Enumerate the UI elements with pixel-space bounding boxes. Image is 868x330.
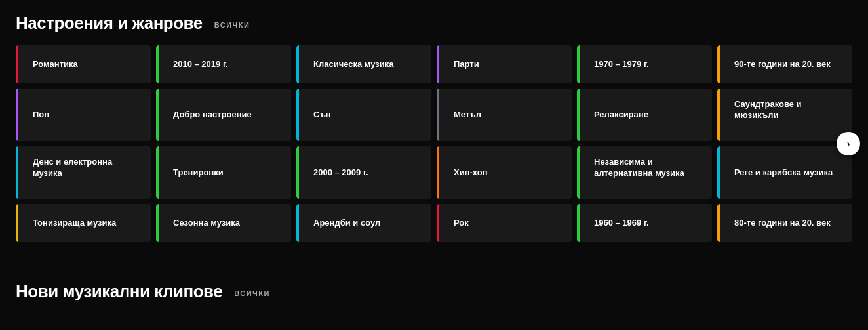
genre-label: Релаксиране (587, 110, 648, 121)
next-button[interactable]: › (837, 132, 860, 155)
genre-color-bar (296, 146, 299, 199)
genre-color-bar (437, 89, 439, 141)
genre-label: Метъл (447, 110, 481, 121)
genre-color-bar (16, 45, 18, 83)
genre-card[interactable]: Арендби и соул (296, 204, 431, 242)
genre-label: 80-те години на 20. век (728, 218, 831, 229)
section-header-moods: Настроения и жанрове ВСИЧКИ (16, 13, 852, 33)
genre-color-bar (717, 45, 720, 83)
genre-label: Тонизираща музика (26, 218, 116, 229)
genre-card[interactable]: Класическа музика (296, 45, 431, 83)
genre-label: 2010 – 2019 г. (167, 59, 228, 70)
genre-color-bar (437, 204, 439, 242)
all-link-moods[interactable]: ВСИЧКИ (214, 18, 250, 29)
genre-card[interactable]: Добро настроение (156, 89, 291, 141)
section-header-videos: Нови музикални клипове ВСИЧКИ (16, 281, 852, 302)
genre-label: Класическа музика (307, 59, 394, 70)
new-videos-section: Нови музикални клипове ВСИЧКИ (0, 275, 868, 320)
genres-grid: Романтика2010 – 2019 г.Класическа музика… (16, 45, 852, 242)
genre-card[interactable]: Метъл (437, 89, 572, 141)
genre-color-bar (577, 45, 580, 83)
genre-color-bar (156, 204, 159, 242)
genre-label: Реге и карибска музика (728, 167, 833, 178)
genre-label: Независима и алтернативна музика (587, 157, 701, 179)
genre-label: Саундтракове и мюзикъли (728, 99, 842, 121)
genres-grid-container: Романтика2010 – 2019 г.Класическа музика… (16, 45, 852, 242)
genre-card[interactable]: Независима и алтернативна музика (577, 146, 712, 199)
genre-card[interactable]: 2010 – 2019 г. (156, 45, 291, 83)
genre-card[interactable]: Денс и електронна музика (16, 146, 151, 199)
genre-color-bar (156, 146, 159, 199)
all-link-videos[interactable]: ВСИЧКИ (234, 287, 270, 297)
genre-label: Тренировки (167, 167, 224, 178)
genre-color-bar (577, 89, 580, 141)
genre-card[interactable]: Поп (16, 89, 151, 141)
genre-card[interactable]: 80-те години на 20. век (717, 204, 852, 242)
genre-color-bar (437, 45, 439, 83)
genre-label: Романтика (26, 59, 78, 70)
genre-color-bar (296, 204, 299, 242)
genre-color-bar (577, 204, 580, 242)
genre-card[interactable]: Тонизираща музика (16, 204, 151, 242)
genre-card[interactable]: 2000 – 2009 г. (296, 146, 431, 199)
genre-label: Сън (307, 110, 331, 121)
genre-label: 1960 – 1969 г. (587, 218, 649, 229)
genre-label: Хип-хоп (447, 167, 488, 178)
genre-card[interactable]: Релаксиране (577, 89, 712, 141)
genre-card[interactable]: Рок (437, 204, 572, 242)
genre-card[interactable]: Парти (437, 45, 572, 83)
genre-color-bar (16, 89, 18, 141)
genre-label: Денс и електронна музика (26, 157, 140, 179)
genre-card[interactable]: Романтика (16, 45, 151, 83)
section-title-videos: Нови музикални клипове (16, 281, 222, 302)
genre-color-bar (577, 146, 580, 199)
genre-card[interactable]: 90-те години на 20. век (717, 45, 852, 83)
genre-color-bar (717, 146, 720, 199)
genre-color-bar (16, 146, 18, 199)
genre-label: 2000 – 2009 г. (307, 167, 368, 178)
genre-label: 90-те години на 20. век (728, 59, 831, 70)
genre-card[interactable]: Сън (296, 89, 431, 141)
genre-color-bar (296, 89, 299, 141)
genre-label: Добро настроение (167, 110, 252, 121)
genre-color-bar (437, 146, 439, 199)
genre-card[interactable]: Реге и карибска музика (717, 146, 852, 199)
genre-label: Арендби и соул (307, 218, 380, 229)
genre-color-bar (717, 89, 720, 141)
genre-label: Рок (447, 218, 469, 229)
genre-label: Поп (26, 110, 49, 121)
genre-label: Парти (447, 59, 479, 70)
genre-card[interactable]: Хип-хоп (437, 146, 572, 199)
genre-label: Сезонна музика (167, 218, 240, 229)
genre-color-bar (16, 204, 18, 242)
section-divider (0, 249, 868, 275)
genre-color-bar (296, 45, 299, 83)
genre-card[interactable]: Саундтракове и мюзикъли (717, 89, 852, 141)
moods-genres-section: Настроения и жанрове ВСИЧКИ Романтика201… (0, 0, 868, 249)
genre-card[interactable]: 1970 – 1979 г. (577, 45, 712, 83)
genre-card[interactable]: 1960 – 1969 г. (577, 204, 712, 242)
genre-color-bar (156, 45, 159, 83)
genre-color-bar (156, 89, 159, 141)
genre-card[interactable]: Тренировки (156, 146, 291, 199)
genre-label: 1970 – 1979 г. (587, 59, 649, 70)
genre-color-bar (717, 204, 720, 242)
genre-card[interactable]: Сезонна музика (156, 204, 291, 242)
section-title-moods: Настроения и жанрове (16, 13, 203, 33)
